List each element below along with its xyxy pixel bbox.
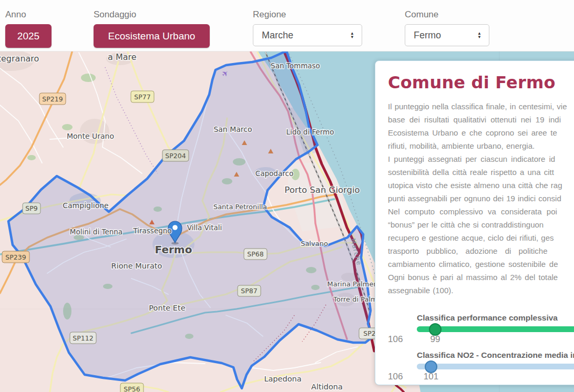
slider-performance-min: 106 <box>388 334 403 345</box>
filter-anno: Anno 2025 <box>5 9 52 48</box>
description-line: trasporto pubblico, adozione di politich… <box>388 244 574 257</box>
description-line: I punteggi assegnati per ciascun indicat… <box>388 152 574 166</box>
description-line: base dei risultati qualitativi ottenuti … <box>388 113 574 126</box>
filter-bar: Anno 2025 Sondaggio Ecosistema Urbano Re… <box>0 0 574 51</box>
slider-no2-handle[interactable] <box>425 360 437 373</box>
slider-no2-track[interactable] <box>417 364 574 369</box>
label-lido-di-fermo: Lido di Fermo <box>286 128 334 136</box>
comune-label: Comune <box>405 9 489 20</box>
svg-text:SP77: SP77 <box>134 93 150 101</box>
slider-performance-track[interactable] <box>417 326 574 332</box>
label-torre-di-palme: Torre di Palme <box>333 295 381 303</box>
label-villa-vitali: Villa Vitali <box>187 223 222 232</box>
label-san-tommaso: San Tommaso <box>271 61 320 70</box>
description-line: assegnabile (100). <box>388 284 574 297</box>
filter-sondaggio: Sondaggio Ecosistema Urbano <box>94 9 210 48</box>
slider-performance: Classifica performance complessiva 106 9… <box>388 313 574 346</box>
panel-title: Comune di Fermo <box>388 73 574 92</box>
description-line: punti assegnabili per ognuno dei 19 indi… <box>388 192 574 205</box>
description-line: Ogni bonus è pari al massimo al 2% del t… <box>388 271 574 284</box>
label-molini-di-tenna: Molini di Tenna <box>70 228 122 236</box>
anno-button[interactable]: 2025 <box>5 24 52 48</box>
slider-performance-value: 99 <box>425 334 446 345</box>
filter-regione: Regione Marche ▲▼ <box>253 9 362 46</box>
label-campiglione: Campiglione <box>63 201 109 210</box>
svg-text:SP56: SP56 <box>124 385 140 392</box>
description-line: rifiuti, mobilità, ambiente urbano, ener… <box>388 139 574 152</box>
description-line: Nel computo complessivo va considerata p… <box>388 205 574 218</box>
label-capodarco: Capodarco <box>255 169 293 178</box>
svg-text:SP2: SP2 <box>363 329 375 337</box>
svg-text:SP219: SP219 <box>42 95 63 103</box>
badge-sp87: SP87 <box>238 285 261 296</box>
description-line: Il punteggio nella classifica finale, in… <box>388 100 574 113</box>
label-altidona: Altidona <box>311 383 343 391</box>
select-arrows-icon: ▲▼ <box>477 32 481 39</box>
label-rione-murato: Rione Murato <box>111 262 162 270</box>
label-ponte-ete: Ponte Ete <box>149 304 185 312</box>
description-line: sostenibilità della città reale rispetto… <box>388 166 574 179</box>
badge-sp77: SP77 <box>131 91 154 102</box>
svg-text:SP68: SP68 <box>247 250 263 258</box>
label-salvano: Salvano <box>301 240 328 247</box>
label-san-marco: San Marco <box>213 125 252 133</box>
label-santa-petronilla: Santa Petronilla <box>213 203 267 211</box>
sondaggio-button[interactable]: Ecosistema Urbano <box>94 24 210 48</box>
badge-sp68: SP68 <box>244 249 267 260</box>
regione-select[interactable]: Marche ▲▼ <box>253 24 362 46</box>
slider-no2: Classifica NO2 - Concentrazione media in… <box>388 350 574 383</box>
slider-performance-handle[interactable] <box>429 323 442 336</box>
regione-value: Marche <box>262 30 293 41</box>
badge-sp9: SP9 <box>23 203 40 214</box>
description-line: utopica visto che esiste almeno una citt… <box>388 179 574 192</box>
svg-text:SP112: SP112 <box>73 334 93 342</box>
slider-no2-min: 106 <box>388 372 403 382</box>
filter-comune: Comune Fermo ▲▼ <box>405 9 489 46</box>
slider-no2-value: 101 <box>421 372 442 382</box>
description-line: “bonus” per le città che si contraddisti… <box>388 218 574 231</box>
slider-no2-label: Classifica NO2 - Concentrazione media in <box>417 350 574 360</box>
badge-sp219: SP219 <box>39 93 66 105</box>
label-tirassegno: Tirassegno <box>132 226 171 235</box>
svg-text:SP239: SP239 <box>5 253 26 261</box>
badge-sp204: SP204 <box>162 150 189 161</box>
label-porto-san-giorgio: Porto San Giorgio <box>284 185 360 195</box>
label-a-mare: a Mare <box>108 52 137 62</box>
svg-text:SP204: SP204 <box>165 152 186 160</box>
comune-value: Fermo <box>414 30 441 41</box>
badge-sp239: SP239 <box>2 251 29 263</box>
select-arrows-icon: ▲▼ <box>350 32 354 39</box>
comune-select[interactable]: Fermo ▲▼ <box>405 24 489 46</box>
label-montegranaro: Montegranaro <box>0 54 39 64</box>
label-fermo: Fermo <box>155 243 192 256</box>
sondaggio-label: Sondaggio <box>94 9 210 20</box>
svg-text:SP9: SP9 <box>25 204 37 212</box>
description-line: cambiamento climatico, gestione sostenib… <box>388 257 574 271</box>
svg-text:SP87: SP87 <box>241 287 257 295</box>
anno-label: Anno <box>5 9 52 20</box>
badge-sp56: SP56 <box>120 383 144 392</box>
description-line: recupero e gestione acque, ciclo dei rif… <box>388 231 574 244</box>
regione-label: Regione <box>253 9 362 20</box>
badge-sp112: SP112 <box>70 332 96 344</box>
panel-description: Il punteggio nella classifica finale, in… <box>388 100 574 297</box>
comune-info-panel: Comune di Fermo Il punteggio nella class… <box>375 60 574 385</box>
label-monte-urano: Monte Urano <box>67 132 114 140</box>
label-lapedona: Lapedona <box>264 375 301 383</box>
description-line: Ecosistema Urbano e che coprono sei aree… <box>388 126 574 139</box>
slider-performance-label: Classifica performance complessiva <box>417 313 558 323</box>
